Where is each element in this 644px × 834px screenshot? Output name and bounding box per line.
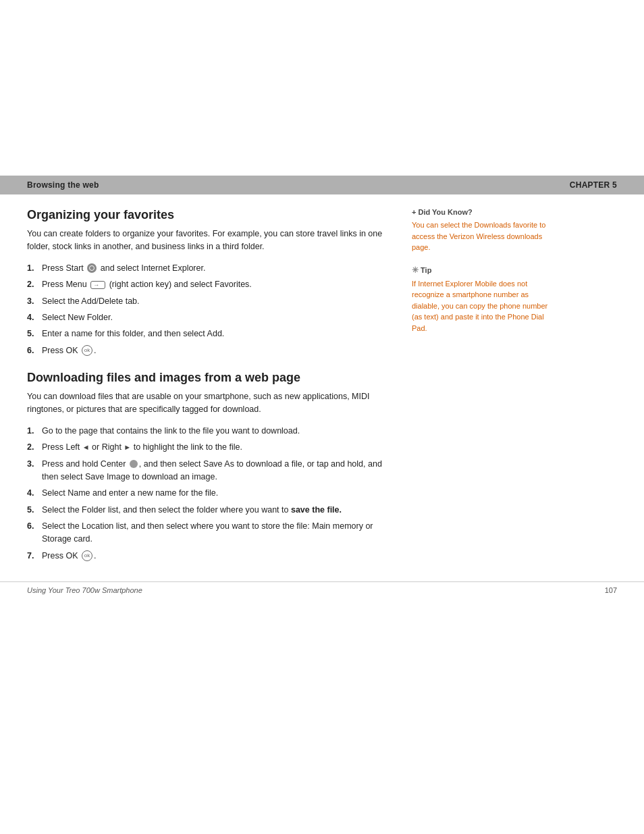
step-text: Select New Folder. xyxy=(42,311,385,324)
right-sidebar: Did You Know? You can select the Downloa… xyxy=(405,208,554,576)
ok-icon: ok xyxy=(82,550,92,561)
step-num: 2. xyxy=(27,441,42,454)
footer-left: Using Your Treo 700w Smartphone xyxy=(27,586,142,594)
step-2-4: 4. Select Name and enter a new name for … xyxy=(27,487,385,500)
did-you-know-block: Did You Know? You can select the Downloa… xyxy=(412,208,554,253)
step-text: Select the Location list, and then selec… xyxy=(42,520,385,546)
step-text: Select the Add/Delete tab. xyxy=(42,295,385,308)
section2-steps: 1. Go to the page that contains the link… xyxy=(27,425,385,563)
step-1-1: 1. Press Start and select Internet Explo… xyxy=(27,262,385,275)
section-organizing: Organizing your favorites You can create… xyxy=(27,208,385,357)
arrow-left-icon: ◄ xyxy=(82,442,90,453)
step-text: Go to the page that contains the link to… xyxy=(42,425,385,438)
step-text: Press and hold Center , and then select … xyxy=(42,458,385,484)
section-downloading: Downloading files and images from a web … xyxy=(27,371,385,563)
step-text: Press OK ok. xyxy=(42,344,385,357)
step-text: Press Start and select Internet Explorer… xyxy=(42,262,385,275)
tip-title: ✳ Tip xyxy=(412,265,554,275)
step-num: 6. xyxy=(27,344,42,357)
step-text: Select Name and enter a new name for the… xyxy=(42,487,385,500)
step-text: Press Left ◄ or Right ► to highlight the… xyxy=(42,441,385,454)
center-icon xyxy=(130,460,138,468)
section1-steps: 1. Press Start and select Internet Explo… xyxy=(27,262,385,357)
step-num: 1. xyxy=(27,262,42,275)
tip-block: ✳ Tip If Internet Explorer Mobile does n… xyxy=(412,265,554,334)
ok-icon: ok xyxy=(82,345,92,356)
step-2-5: 5. Select the Folder list, and then sele… xyxy=(27,504,385,517)
step-num: 5. xyxy=(27,328,42,340)
did-you-know-title: Did You Know? xyxy=(412,208,554,216)
step-2-7: 7. Press OK ok. xyxy=(27,550,385,563)
section2-title: Downloading files and images from a web … xyxy=(27,371,385,385)
section1-title: Organizing your favorites xyxy=(27,208,385,222)
step-num: 4. xyxy=(27,311,42,324)
step-num: 5. xyxy=(27,504,42,517)
start-icon xyxy=(87,263,97,273)
step-num: 4. xyxy=(27,487,42,500)
step-num: 3. xyxy=(27,458,42,471)
step-num: 6. xyxy=(27,520,42,533)
step-num: 2. xyxy=(27,278,42,291)
step-text: Press Menu (right action key) and select… xyxy=(42,278,385,291)
step-num: 1. xyxy=(27,425,42,438)
step-1-3: 3. Select the Add/Delete tab. xyxy=(27,295,385,308)
step-2-2: 2. Press Left ◄ or Right ► to highlight … xyxy=(27,441,385,454)
content-area: Organizing your favorites You can create… xyxy=(0,208,644,576)
menu-icon xyxy=(90,281,105,289)
left-column: Organizing your favorites You can create… xyxy=(27,208,405,576)
step-1-4: 4. Select New Folder. xyxy=(27,311,385,324)
tip-text: If Internet Explorer Mobile does not rec… xyxy=(412,278,554,334)
header-bar: Browsing the web CHAPTER 5 xyxy=(0,176,644,194)
arrow-right-icon: ► xyxy=(124,442,131,453)
step-num: 7. xyxy=(27,550,42,563)
step-text: Select the Folder list, and then select … xyxy=(42,504,385,517)
header-chapter: CHAPTER 5 xyxy=(570,180,617,190)
step-2-1: 1. Go to the page that contains the link… xyxy=(27,425,385,438)
did-you-know-text: You can select the Downloads favorite to… xyxy=(412,219,554,253)
step-1-2: 2. Press Menu (right action key) and sel… xyxy=(27,278,385,291)
step-text: Press OK ok. xyxy=(42,550,385,563)
page-wrapper: Browsing the web CHAPTER 5 Organizing yo… xyxy=(0,176,644,834)
step-1-5: 5. Enter a name for this folder, and the… xyxy=(27,328,385,340)
section2-intro: You can download files that are usable o… xyxy=(27,390,385,417)
step-2-3: 3. Press and hold Center , and then sele… xyxy=(27,458,385,484)
footer: Using Your Treo 700w Smartphone 107 xyxy=(0,581,644,594)
step-text: Enter a name for this folder, and then s… xyxy=(42,328,385,340)
star-icon: ✳ xyxy=(412,265,419,275)
step-2-6: 6. Select the Location list, and then se… xyxy=(27,520,385,546)
step-num: 3. xyxy=(27,295,42,308)
section1-intro: You can create folders to organize your … xyxy=(27,228,385,254)
header-browsing: Browsing the web xyxy=(27,180,99,190)
step-1-6: 6. Press OK ok. xyxy=(27,344,385,357)
footer-right: 107 xyxy=(605,586,617,594)
